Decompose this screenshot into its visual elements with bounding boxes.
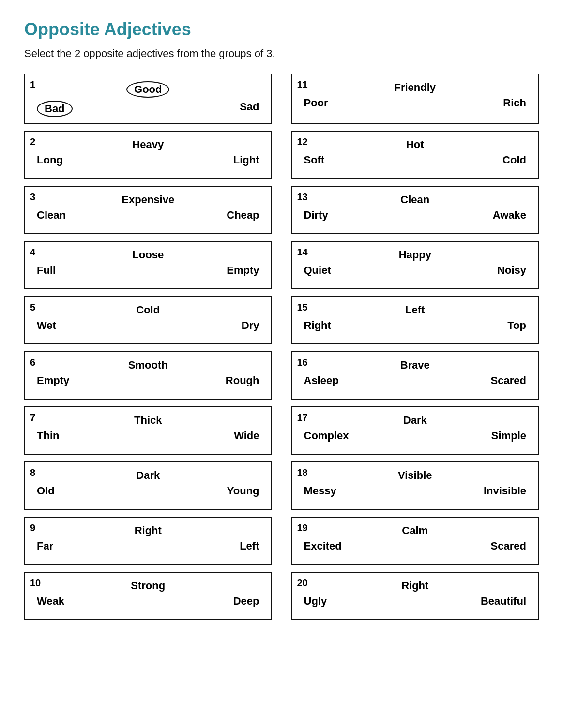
card-bottom-right: Top bbox=[507, 319, 526, 332]
card-number: 14 bbox=[297, 247, 308, 258]
card-number: 8 bbox=[30, 467, 35, 478]
card-top-word: Calm bbox=[299, 522, 532, 537]
card-bottom-left: Ugly bbox=[304, 595, 327, 608]
adjective-card: 5ColdWetDry bbox=[24, 296, 272, 344]
card-bottom-row: DirtyAwake bbox=[299, 209, 532, 222]
card-top-word: Hot bbox=[299, 136, 532, 151]
card-bottom-right: Dry bbox=[242, 319, 259, 332]
adjective-card: 9RightFarLeft bbox=[24, 517, 272, 565]
card-bottom-row: MessyInvisible bbox=[299, 485, 532, 497]
card-bottom-right: Young bbox=[227, 485, 259, 497]
card-number: 16 bbox=[297, 357, 308, 368]
card-bottom-right: Cold bbox=[502, 154, 526, 166]
card-bottom-left: Clean bbox=[37, 209, 66, 222]
card-bottom-row: QuietNoisy bbox=[299, 264, 532, 277]
card-bottom-left: Right bbox=[304, 319, 331, 332]
card-bottom-right: Wide bbox=[234, 430, 259, 442]
card-bottom-right: Cheap bbox=[227, 209, 259, 222]
card-number: 9 bbox=[30, 522, 35, 534]
card-top-word: Expensive bbox=[32, 192, 264, 206]
card-number: 5 bbox=[30, 302, 35, 313]
card-bottom-left: Long bbox=[37, 154, 63, 166]
card-number: 1 bbox=[30, 79, 35, 90]
card-bottom-right: Beautiful bbox=[481, 595, 526, 608]
card-bottom-left: Quiet bbox=[304, 264, 331, 277]
card-bottom-right: Invisible bbox=[484, 485, 526, 497]
card-bottom-row: LongLight bbox=[32, 154, 264, 166]
card-top-word: Strong bbox=[32, 578, 264, 592]
card-bottom-right: Simple bbox=[491, 430, 526, 442]
card-bottom-row: AsleepScared bbox=[299, 374, 532, 387]
card-bottom-left: Weak bbox=[37, 595, 64, 608]
card-top-word: Dark bbox=[32, 467, 264, 482]
adjective-card: 15LeftRightTop bbox=[291, 296, 539, 344]
card-top-word: Happy bbox=[299, 247, 532, 261]
card-bottom-row: EmptyRough bbox=[32, 374, 264, 387]
card-bottom-left: Old bbox=[37, 485, 55, 497]
card-number: 4 bbox=[30, 247, 35, 258]
card-bottom-row: CleanCheap bbox=[32, 209, 264, 222]
card-bottom-row: FarLeft bbox=[32, 540, 264, 552]
card-bottom-row: RightTop bbox=[299, 319, 532, 332]
card-top-word: Smooth bbox=[32, 357, 264, 371]
card-bottom-right: Rich bbox=[503, 97, 526, 109]
card-bottom-left: Far bbox=[37, 540, 53, 552]
card-bottom-right: Deep bbox=[233, 595, 259, 608]
adjective-card: 7ThickThinWide bbox=[24, 406, 272, 455]
card-top-word: Heavy bbox=[32, 136, 264, 151]
card-top-word: Left bbox=[299, 302, 532, 316]
cards-grid: 1GoodBadSad11FriendlyPoorRich2HeavyLongL… bbox=[24, 74, 539, 620]
adjective-card: 11FriendlyPoorRich bbox=[291, 74, 539, 124]
card-bottom-row: ExcitedScared bbox=[299, 540, 532, 552]
card-bottom-left: Wet bbox=[37, 319, 56, 332]
card-top-word: Visible bbox=[299, 467, 532, 482]
adjective-card: 2HeavyLongLight bbox=[24, 131, 272, 179]
card-number: 17 bbox=[297, 412, 308, 423]
card-bottom-row: WetDry bbox=[32, 319, 264, 332]
card-number: 15 bbox=[297, 302, 308, 313]
card-bottom-left: Excited bbox=[304, 540, 342, 552]
card-number: 13 bbox=[297, 192, 308, 203]
adjective-card: 20RightUglyBeautiful bbox=[291, 572, 539, 620]
card-bottom-right: Sad bbox=[240, 101, 259, 117]
adjective-card: 19CalmExcitedScared bbox=[291, 517, 539, 565]
card-top-word: Clean bbox=[299, 192, 532, 206]
adjective-card: 17DarkComplexSimple bbox=[291, 406, 539, 455]
card-bottom-left: Full bbox=[37, 264, 56, 277]
card-bottom-row: UglyBeautiful bbox=[299, 595, 532, 608]
adjective-card: 3ExpensiveCleanCheap bbox=[24, 186, 272, 234]
card-top-word: Loose bbox=[32, 247, 264, 261]
adjective-card: 14HappyQuietNoisy bbox=[291, 241, 539, 289]
card-bottom-left: Thin bbox=[37, 430, 59, 442]
card-bottom-left: Messy bbox=[304, 485, 336, 497]
adjective-card: 18VisibleMessyInvisible bbox=[291, 461, 539, 510]
card-bottom-row: WeakDeep bbox=[32, 595, 264, 608]
card-bottom-left: Empty bbox=[37, 374, 69, 387]
adjective-card: 16BraveAsleepScared bbox=[291, 351, 539, 400]
card-bottom-left: Bad bbox=[37, 101, 73, 117]
adjective-card: 12HotSoftCold bbox=[291, 131, 539, 179]
adjective-card: 6SmoothEmptyRough bbox=[24, 351, 272, 400]
card-bottom-left: Poor bbox=[304, 97, 328, 109]
card-top-word: Cold bbox=[32, 302, 264, 316]
card-bottom-right: Empty bbox=[227, 264, 259, 277]
card-bottom-row: ThinWide bbox=[32, 430, 264, 442]
card-bottom-row: ComplexSimple bbox=[299, 430, 532, 442]
card-number: 20 bbox=[297, 578, 308, 589]
card-bottom-row: OldYoung bbox=[32, 485, 264, 497]
card-top-word: Friendly bbox=[299, 79, 532, 94]
card-bottom-row: FullEmpty bbox=[32, 264, 264, 277]
card-number: 12 bbox=[297, 136, 308, 148]
card-number: 10 bbox=[30, 578, 41, 589]
card-bottom-left: Dirty bbox=[304, 209, 328, 222]
card-bottom-right: Scared bbox=[491, 374, 526, 387]
card-number: 7 bbox=[30, 412, 35, 423]
card-bottom-left: Complex bbox=[304, 430, 349, 442]
card-bottom-row: PoorRich bbox=[299, 97, 532, 109]
adjective-card: 1GoodBadSad bbox=[24, 74, 272, 124]
card-number: 3 bbox=[30, 192, 35, 203]
card-bottom-right: Noisy bbox=[497, 264, 526, 277]
card-bottom-right: Scared bbox=[491, 540, 526, 552]
card-number: 6 bbox=[30, 357, 35, 368]
adjective-card: 10StrongWeakDeep bbox=[24, 572, 272, 620]
